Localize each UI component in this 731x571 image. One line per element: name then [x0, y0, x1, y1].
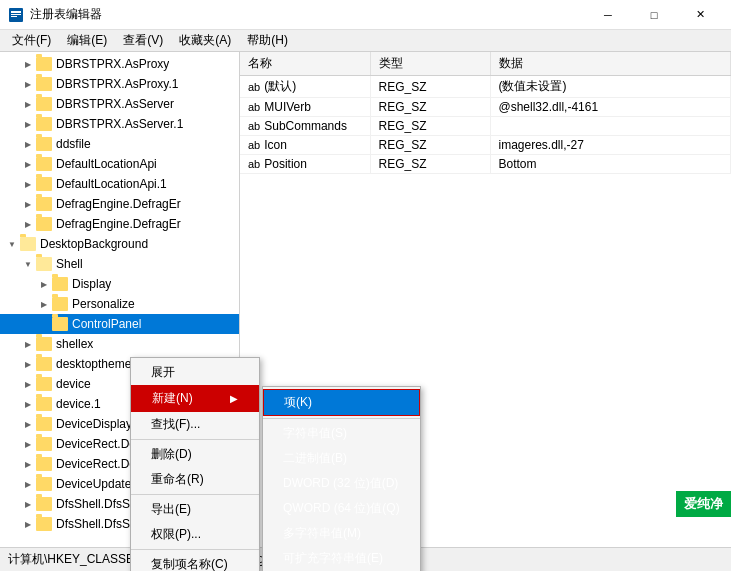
expand-icon: [20, 196, 36, 212]
expand-icon: [20, 456, 36, 472]
folder-icon: [36, 157, 52, 171]
expand-icon: [20, 396, 36, 412]
col-type[interactable]: 类型: [370, 52, 490, 76]
expand-icon: [20, 376, 36, 392]
item-label: DeviceRect.De: [56, 437, 136, 451]
ctx-find[interactable]: 查找(F)...: [131, 412, 259, 437]
col-data[interactable]: 数据: [490, 52, 731, 76]
cell-type: REG_SZ: [370, 98, 490, 117]
table-row[interactable]: ab MUIVerb REG_SZ @shell32.dll,-4161: [240, 98, 731, 117]
item-label: DBRSTPRX.AsServer.1: [56, 117, 183, 131]
item-label: device: [56, 377, 91, 391]
folder-icon: [36, 257, 52, 271]
item-label: DesktopBackground: [40, 237, 148, 251]
tree-item-dbrstprx-proxy1[interactable]: DBRSTPRX.AsProxy.1: [0, 74, 239, 94]
main-layout: DBRSTPRX.AsProxy DBRSTPRX.AsProxy.1 DBRS…: [0, 52, 731, 547]
table-row[interactable]: ab Position REG_SZ Bottom: [240, 155, 731, 174]
svg-rect-1: [11, 11, 21, 13]
ctx-separator: [131, 439, 259, 440]
menu-view[interactable]: 查看(V): [115, 30, 171, 51]
tree-item-defragengine1[interactable]: DefragEngine.DefragEr: [0, 194, 239, 214]
tree-item-desktopbackground[interactable]: DesktopBackground: [0, 234, 239, 254]
expand-icon: [20, 256, 36, 272]
menu-edit[interactable]: 编辑(E): [59, 30, 115, 51]
reg-icon: ab: [248, 81, 260, 93]
ctx-separator3: [131, 549, 259, 550]
ctx-permissions[interactable]: 权限(P)...: [131, 522, 259, 547]
item-label: shellex: [56, 337, 93, 351]
item-label: DefaultLocationApi: [56, 157, 157, 171]
tree-item-defragengine2[interactable]: DefragEngine.DefragEr: [0, 214, 239, 234]
folder-icon: [36, 437, 52, 451]
folder-icon: [36, 357, 52, 371]
expand-icon: [20, 76, 36, 92]
menu-help[interactable]: 帮助(H): [239, 30, 296, 51]
tree-item-dbrstprx-server1[interactable]: DBRSTPRX.AsServer.1: [0, 114, 239, 134]
close-button[interactable]: ✕: [677, 0, 723, 30]
ctx-copy-name[interactable]: 复制项名称(C): [131, 552, 259, 571]
folder-icon: [36, 497, 52, 511]
item-label: Personalize: [72, 297, 135, 311]
item-label: DBRSTPRX.AsServer: [56, 97, 174, 111]
tree-item-defaultlocationapi[interactable]: DefaultLocationApi: [0, 154, 239, 174]
expand-icon: [20, 516, 36, 532]
ctx-new[interactable]: 新建(N) ▶ 项(K) 字符串值(S) 二进制值(B) DWORD (32 位…: [131, 385, 259, 412]
ctx-rename[interactable]: 重命名(R): [131, 467, 259, 492]
expand-icon: [20, 136, 36, 152]
tree-item-dbrstprx-proxy[interactable]: DBRSTPRX.AsProxy: [0, 54, 239, 74]
table-row[interactable]: ab Icon REG_SZ imageres.dll,-27: [240, 136, 731, 155]
tree-item-personalize[interactable]: Personalize: [0, 294, 239, 314]
sub-item-binary[interactable]: 二进制值(B): [263, 446, 420, 471]
ctx-expand[interactable]: 展开: [131, 360, 259, 385]
reg-icon: ab: [248, 158, 260, 170]
expand-icon: [20, 56, 36, 72]
cell-name: ab Icon: [240, 136, 370, 155]
tree-item-defaultlocationapi1[interactable]: DefaultLocationApi.1: [0, 174, 239, 194]
sub-item-qword[interactable]: QWORD (64 位)值(Q): [263, 496, 420, 521]
cell-name: ab (默认): [240, 76, 370, 98]
folder-icon: [52, 297, 68, 311]
expand-icon: [20, 116, 36, 132]
menu-bar: 文件(F) 编辑(E) 查看(V) 收藏夹(A) 帮助(H): [0, 30, 731, 52]
minimize-button[interactable]: ─: [585, 0, 631, 30]
tree-item-display[interactable]: Display: [0, 274, 239, 294]
cell-data: [490, 117, 731, 136]
tree-item-controlpanel[interactable]: ControlPanel: [0, 314, 239, 334]
item-label: DfsShell.DfsS: [56, 497, 130, 511]
menu-favorites[interactable]: 收藏夹(A): [171, 30, 239, 51]
table-row[interactable]: ab (默认) REG_SZ (数值未设置): [240, 76, 731, 98]
reg-icon: ab: [248, 120, 260, 132]
tree-item-shellex[interactable]: shellex: [0, 334, 239, 354]
cell-data: imageres.dll,-27: [490, 136, 731, 155]
cell-type: REG_SZ: [370, 155, 490, 174]
tree-item-ddsfile[interactable]: ddsfile: [0, 134, 239, 154]
menu-file[interactable]: 文件(F): [4, 30, 59, 51]
sub-item-multistring[interactable]: 多字符串值(M): [263, 521, 420, 546]
svg-rect-3: [11, 16, 17, 17]
col-name[interactable]: 名称: [240, 52, 370, 76]
item-label: Display: [72, 277, 111, 291]
watermark: 爱纯净: [676, 491, 731, 517]
tree-item-dbrstprx-server[interactable]: DBRSTPRX.AsServer: [0, 94, 239, 114]
folder-icon: [36, 517, 52, 531]
ctx-delete[interactable]: 删除(D): [131, 442, 259, 467]
context-menu: 展开 新建(N) ▶ 项(K) 字符串值(S) 二进制值(B) DWORD (3…: [130, 357, 260, 571]
cell-name: ab SubCommands: [240, 117, 370, 136]
ctx-export[interactable]: 导出(E): [131, 497, 259, 522]
expand-icon: [36, 276, 52, 292]
table-row[interactable]: ab SubCommands REG_SZ: [240, 117, 731, 136]
folder-icon: [36, 417, 52, 431]
expand-icon: [36, 316, 52, 332]
expand-icon: [36, 296, 52, 312]
sub-item-dword[interactable]: DWORD (32 位)值(D): [263, 471, 420, 496]
expand-icon: [20, 436, 36, 452]
folder-icon: [36, 77, 52, 91]
tree-item-shell[interactable]: Shell: [0, 254, 239, 274]
sub-item-key[interactable]: 项(K): [263, 389, 420, 416]
sub-item-expandstring[interactable]: 可扩充字符串值(E): [263, 546, 420, 571]
item-label: DfsShell.DfsS: [56, 517, 130, 531]
folder-icon: [36, 397, 52, 411]
maximize-button[interactable]: □: [631, 0, 677, 30]
sub-item-string[interactable]: 字符串值(S): [263, 421, 420, 446]
expand-icon: [20, 96, 36, 112]
